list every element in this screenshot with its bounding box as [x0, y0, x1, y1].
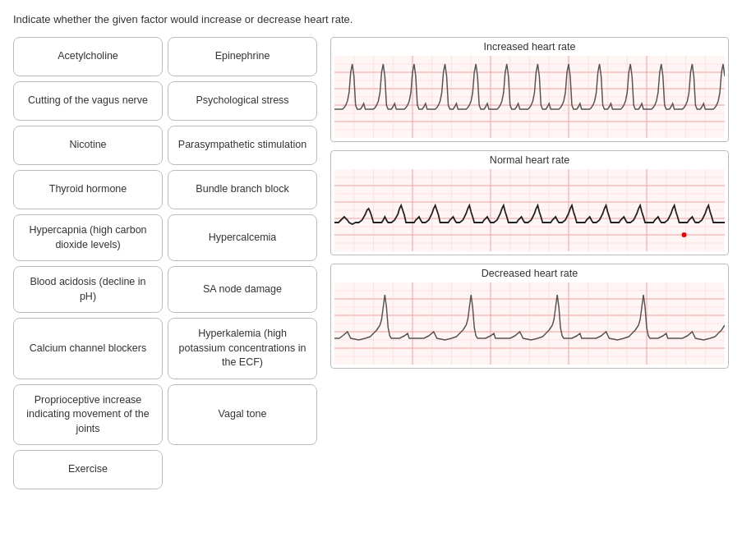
factor-card-exercise[interactable]: Exercise: [13, 450, 163, 489]
factor-card-bundle-branch-block[interactable]: Bundle branch block: [168, 170, 317, 209]
svg-point-58: [682, 232, 687, 237]
ecg-decreased-container: Decreased heart rate: [330, 264, 729, 369]
factor-card-hypercapnia[interactable]: Hypercapnia (high carbon dioxide levels): [13, 214, 163, 261]
ecg-normal-canvas: [334, 169, 725, 251]
factor-card-cutting-vagus[interactable]: Cutting of the vagus nerve: [13, 81, 163, 121]
ecg-section: Increased heart rate: [330, 37, 729, 489]
factor-card-calcium-channel-blockers[interactable]: Calcium channel blockers: [13, 318, 163, 379]
factor-card-blood-acidosis[interactable]: Blood acidosis (decline in pH): [13, 266, 163, 313]
factor-card-hyperkalemia[interactable]: Hyperkalemia (high potassium concentrati…: [168, 318, 317, 379]
ecg-increased-title: Increased heart rate: [334, 41, 725, 53]
factor-card-nicotine[interactable]: Nicotine: [13, 126, 163, 165]
factor-card-thyroid-hormone[interactable]: Thyroid hormone: [13, 170, 163, 209]
factor-card-acetylcholine[interactable]: Acetylcholine: [13, 37, 163, 76]
ecg-decreased-title: Decreased heart rate: [334, 268, 725, 279]
instruction-text: Indicate whether the given factor would …: [13, 13, 729, 25]
factor-card-vagal-tone[interactable]: Vagal tone: [168, 384, 317, 446]
ecg-normal-container: Normal heart rate: [330, 150, 729, 255]
ecg-normal-title: Normal heart rate: [334, 154, 725, 166]
factor-card-parasympathetic[interactable]: Parasympathetic stimulation: [168, 126, 317, 165]
factor-card-psychological-stress[interactable]: Psychological stress: [168, 81, 317, 121]
ecg-increased-container: Increased heart rate: [330, 37, 729, 142]
ecg-decreased-canvas: [334, 282, 725, 365]
factor-card-epinephrine[interactable]: Epinephrine: [168, 37, 317, 76]
ecg-increased-canvas: [334, 56, 725, 138]
factor-card-sa-node-damage[interactable]: SA node damage: [168, 266, 317, 313]
factor-card-hypercalcemia[interactable]: Hypercalcemia: [168, 214, 317, 261]
factor-card-proprioceptive[interactable]: Proprioceptive increase indicating movem…: [13, 384, 163, 446]
factors-grid: AcetylcholineEpinephrineCutting of the v…: [13, 37, 317, 489]
main-layout: AcetylcholineEpinephrineCutting of the v…: [13, 37, 729, 489]
